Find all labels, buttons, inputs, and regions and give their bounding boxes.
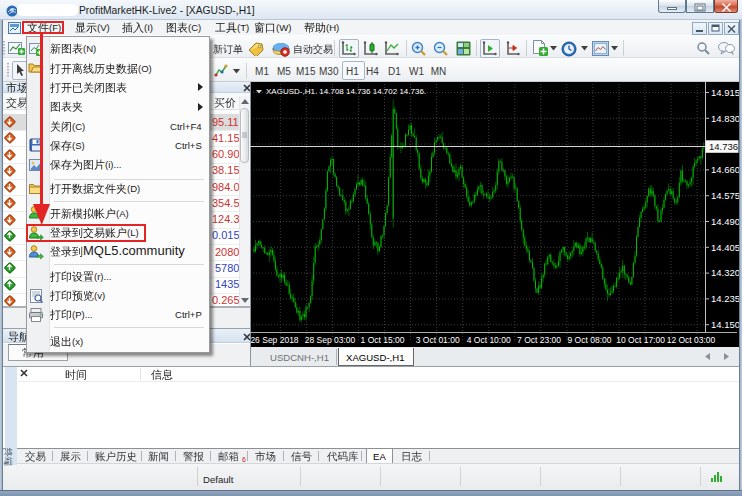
svg-text:(D): (D) [127,184,140,195]
svg-text:14.320: 14.320 [711,267,739,278]
svg-text:354.5: 354.5 [212,197,240,209]
svg-text:(W): (W) [276,22,291,33]
svg-text:26 Sep 2018: 26 Sep 2018 [250,335,298,345]
svg-text:(N): (N) [83,44,96,55]
svg-text:28 Sep 03:00: 28 Sep 03:00 [305,335,356,345]
svg-text:MQL5.community: MQL5.community [83,244,185,259]
svg-text:ProfitMarketHK-Live2 - [XAGUSD: ProfitMarketHK-Live2 - [XAGUSD-,H1] [79,5,255,16]
svg-text:14.830: 14.830 [711,113,739,124]
svg-text:6: 6 [242,456,246,463]
svg-text:Default: Default [203,474,234,485]
svg-text:14.235: 14.235 [711,293,739,304]
svg-text:984.0: 984.0 [212,181,240,193]
svg-text:(P)...: (P)... [72,310,93,321]
svg-text:95.11: 95.11 [212,116,239,128]
svg-text:XAGUSD-,H1: XAGUSD-,H1 [346,352,404,363]
svg-text:1 Oct 15:00: 1 Oct 15:00 [361,335,405,345]
svg-text:(i)...: (i)... [105,160,121,171]
svg-text:USDCNH-,H1: USDCNH-,H1 [270,352,329,363]
svg-text:(I): (I) [144,22,153,33]
svg-text:41.15: 41.15 [212,132,240,144]
svg-text:5780: 5780 [215,262,239,274]
svg-text:XAGUSD-,H1. 14.708 14.736 14.7: XAGUSD-,H1. 14.708 14.736 14.702 14.736. [266,87,426,96]
svg-text:Ctrl+F4: Ctrl+F4 [170,121,202,132]
svg-text:(C): (C) [188,22,201,33]
svg-text:(T): (T) [237,22,249,33]
svg-text:60.90: 60.90 [212,149,240,161]
svg-text:38.15: 38.15 [212,165,240,177]
svg-text:(C): (C) [72,121,85,132]
svg-text:(V): (V) [97,22,110,33]
svg-text:124.3: 124.3 [212,214,240,226]
svg-text:Ctrl+S: Ctrl+S [175,140,202,151]
svg-text:14.490: 14.490 [711,216,739,227]
svg-text:2080: 2080 [215,246,239,258]
svg-text:9 Oct 08:00: 9 Oct 08:00 [568,335,612,345]
svg-text:(O): (O) [138,63,152,74]
svg-text:14.660: 14.660 [711,164,739,175]
svg-text:(S): (S) [72,140,85,151]
svg-text:10 Oct 17:00: 10 Oct 17:00 [616,335,665,345]
svg-text:(x): (x) [72,336,83,347]
svg-text:(H): (H) [326,22,339,33]
svg-text:(r)...: (r)... [94,271,112,282]
svg-text:7 Oct 23:00: 7 Oct 23:00 [517,335,561,345]
svg-text:14.405: 14.405 [711,242,739,253]
svg-text:(v): (v) [94,290,105,301]
svg-text:14.915: 14.915 [711,87,739,98]
svg-text:(A): (A) [116,208,129,219]
svg-text:4 Oct 10:00: 4 Oct 10:00 [467,335,511,345]
svg-text:Ctrl+P: Ctrl+P [175,310,202,321]
svg-text:14.736: 14.736 [709,141,738,152]
svg-text:14.150: 14.150 [711,319,739,330]
svg-text:3 Oct 01:00: 3 Oct 01:00 [416,335,460,345]
svg-text:EA: EA [373,451,386,462]
svg-text:0.015: 0.015 [212,230,240,242]
svg-text:12 Oct 03:00: 12 Oct 03:00 [667,335,716,345]
svg-text:1435: 1435 [215,279,239,291]
svg-text:14.575: 14.575 [711,190,739,201]
